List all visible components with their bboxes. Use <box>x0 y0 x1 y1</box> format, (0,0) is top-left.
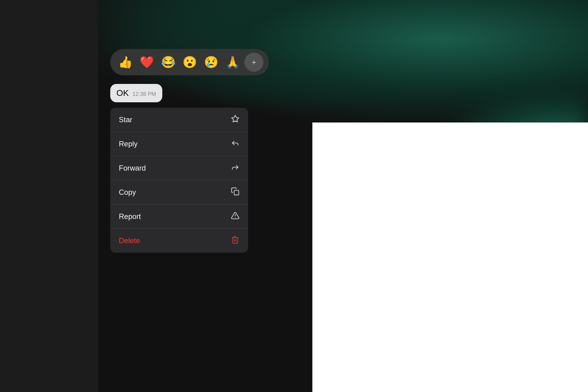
emoji-pray-button[interactable]: 🙏 <box>223 53 242 72</box>
forward-icon <box>231 163 239 173</box>
copy-icon <box>231 187 239 198</box>
menu-item-forward[interactable]: Forward <box>110 156 248 180</box>
menu-item-reply[interactable]: Reply <box>110 132 248 156</box>
emoji-more-label: + <box>251 58 256 67</box>
warning-icon <box>231 211 239 222</box>
context-menu: Star Reply Forward <box>110 108 248 253</box>
message-time: 12:38 PM <box>132 91 156 97</box>
menu-item-copy[interactable]: Copy <box>110 180 248 205</box>
menu-item-star[interactable]: Star <box>110 108 248 132</box>
menu-forward-label: Forward <box>119 164 146 172</box>
content-area: 👍 ❤️ 😂 😮 😢 🙏 + OK 12:38 PM Star Reply <box>98 0 322 392</box>
emoji-laughing-button[interactable]: 😂 <box>159 53 178 72</box>
emoji-surprised-button[interactable]: 😮 <box>180 53 199 72</box>
menu-star-label: Star <box>119 115 132 124</box>
emoji-crying-button[interactable]: 😢 <box>202 53 221 72</box>
menu-copy-label: Copy <box>119 188 136 197</box>
trash-icon <box>231 236 239 246</box>
bg-dark-left <box>0 0 98 392</box>
emoji-more-button[interactable]: + <box>244 53 263 72</box>
bg-white-right <box>312 123 588 392</box>
menu-delete-label: Delete <box>119 236 140 245</box>
emoji-heart-button[interactable]: ❤️ <box>137 53 156 72</box>
message-bubble: OK 12:38 PM <box>110 84 162 102</box>
svg-rect-1 <box>234 190 239 195</box>
menu-item-report[interactable]: Report <box>110 205 248 229</box>
star-icon <box>231 115 239 125</box>
svg-marker-0 <box>232 115 239 122</box>
menu-item-delete[interactable]: Delete <box>110 229 248 253</box>
emoji-reaction-bar: 👍 ❤️ 😂 😮 😢 🙏 + <box>110 49 269 75</box>
message-text: OK <box>116 88 129 98</box>
emoji-thumbsup-button[interactable]: 👍 <box>116 53 135 72</box>
reply-icon <box>231 139 239 149</box>
menu-reply-label: Reply <box>119 140 138 148</box>
menu-report-label: Report <box>119 212 141 221</box>
